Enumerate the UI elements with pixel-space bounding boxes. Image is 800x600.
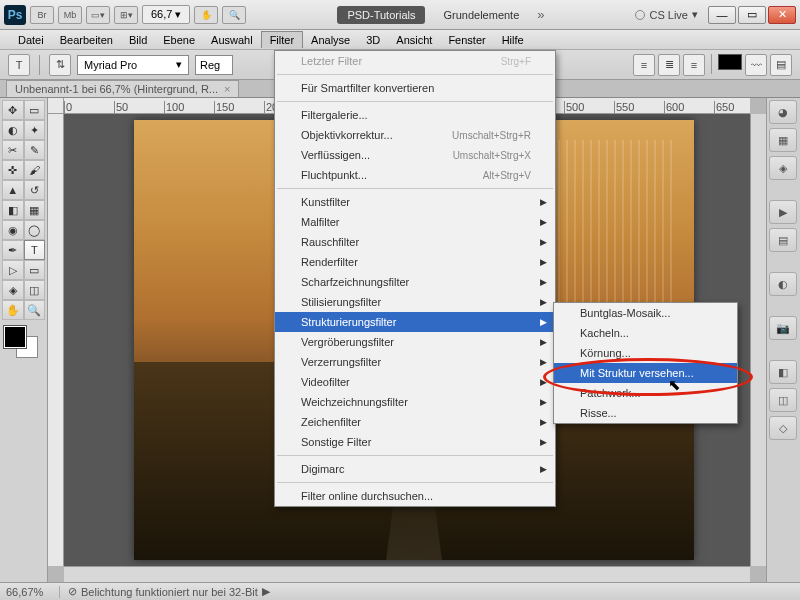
filter-item[interactable]: Objektivkorrektur...Umschalt+Strg+R — [275, 125, 555, 145]
hand-icon[interactable]: ✋ — [194, 6, 218, 24]
text-tool-preset-icon[interactable]: T — [8, 54, 30, 76]
menu-bearbeiten[interactable]: Bearbeiten — [52, 32, 121, 48]
blur-tool[interactable]: ◉ — [2, 220, 24, 240]
gradient-tool[interactable]: ▦ — [24, 200, 46, 220]
eraser-tool[interactable]: ◧ — [2, 200, 24, 220]
character-panel-icon-2[interactable]: 📷 — [769, 316, 797, 340]
font-family-select[interactable]: Myriad Pro▾ — [77, 55, 189, 75]
move-tool[interactable]: ✥ — [2, 100, 24, 120]
filter-item[interactable]: Vergröberungsfilter▶ — [275, 332, 555, 352]
menu-hilfe[interactable]: Hilfe — [494, 32, 532, 48]
filter-item[interactable]: Rauschfilter▶ — [275, 232, 555, 252]
submenu-item[interactable]: Körnung... — [554, 343, 737, 363]
filter-item[interactable]: Videofilter▶ — [275, 372, 555, 392]
zoom-tool[interactable]: 🔍 — [24, 300, 46, 320]
text-tool[interactable]: T — [24, 240, 46, 260]
history-brush-tool[interactable]: ↺ — [24, 180, 46, 200]
filter-item[interactable]: Sonstige Filter▶ — [275, 432, 555, 452]
minimize-button[interactable]: — — [708, 6, 736, 24]
stamp-tool[interactable]: ▲ — [2, 180, 24, 200]
align-center-icon[interactable]: ≣ — [658, 54, 680, 76]
text-color-swatch[interactable] — [718, 54, 742, 70]
submenu-item[interactable]: Mit Struktur versehen... — [554, 363, 737, 383]
maximize-button[interactable]: ▭ — [738, 6, 766, 24]
font-style-select[interactable]: Reg — [195, 55, 233, 75]
color-panel-icon[interactable]: ◕ — [769, 100, 797, 124]
heal-tool[interactable]: ✜ — [2, 160, 24, 180]
adjust-panel-icon[interactable]: ◐ — [769, 272, 797, 296]
filter-item[interactable]: Für Smartfilter konvertieren — [275, 78, 555, 98]
filter-item[interactable]: Weichzeichnungsfilter▶ — [275, 392, 555, 412]
submenu-item[interactable]: Kacheln... — [554, 323, 737, 343]
submenu-item[interactable]: Risse... — [554, 403, 737, 423]
menu-datei[interactable]: Datei — [10, 32, 52, 48]
filter-item[interactable]: Zeichenfilter▶ — [275, 412, 555, 432]
3d-tool[interactable]: ◈ — [2, 280, 24, 300]
filter-item[interactable]: Strukturierungsfilter▶ — [275, 312, 555, 332]
submenu-item[interactable]: Patchwork... — [554, 383, 737, 403]
bridge-icon[interactable]: Br — [30, 6, 54, 24]
dodge-tool[interactable]: ◯ — [24, 220, 46, 240]
foreground-color[interactable] — [4, 326, 26, 348]
menu-fenster[interactable]: Fenster — [440, 32, 493, 48]
menu-auswahl[interactable]: Auswahl — [203, 32, 261, 48]
minibridge-icon[interactable]: Mb — [58, 6, 82, 24]
filter-item[interactable]: Filtergalerie... — [275, 105, 555, 125]
menu-bild[interactable]: Bild — [121, 32, 155, 48]
character-panel-icon[interactable]: ▤ — [770, 54, 792, 76]
filter-item[interactable]: Filter online durchsuchen... — [275, 486, 555, 506]
close-tab-icon[interactable]: × — [224, 83, 230, 95]
filter-item[interactable]: Digimarc▶ — [275, 459, 555, 479]
filter-item[interactable]: Stilisierungsfilter▶ — [275, 292, 555, 312]
crop-tool[interactable]: ✂ — [2, 140, 24, 160]
filter-item[interactable]: Fluchtpunkt...Alt+Strg+V — [275, 165, 555, 185]
path-select-tool[interactable]: ▷ — [2, 260, 24, 280]
align-right-icon[interactable]: ≡ — [683, 54, 705, 76]
text-orientation-icon[interactable]: ⇅ — [49, 54, 71, 76]
close-button[interactable]: ✕ — [768, 6, 796, 24]
styles-panel-icon[interactable]: ◈ — [769, 156, 797, 180]
warp-text-icon[interactable]: 〰 — [745, 54, 767, 76]
filter-item[interactable]: Renderfilter▶ — [275, 252, 555, 272]
marquee-tool[interactable]: ▭ — [24, 100, 46, 120]
menu-3d[interactable]: 3D — [358, 32, 388, 48]
workspace-tab-inactive[interactable]: Grundelemente — [433, 6, 529, 24]
paths-panel-icon[interactable]: ◇ — [769, 416, 797, 440]
filter-item[interactable]: Malfilter▶ — [275, 212, 555, 232]
menu-filter[interactable]: Filter — [261, 31, 303, 48]
status-zoom[interactable]: 66,67% — [0, 586, 60, 598]
wand-tool[interactable]: ✦ — [24, 120, 46, 140]
screenmode-icon[interactable]: ▭▾ — [86, 6, 110, 24]
filter-item[interactable]: Kunstfilter▶ — [275, 192, 555, 212]
document-tab[interactable]: Unbenannt-1 bei 66,7% (Hintergrund, R...… — [6, 80, 239, 97]
actions-panel-icon[interactable]: ▶ — [769, 200, 797, 224]
more-workspaces-icon[interactable]: » — [537, 7, 544, 22]
vertical-scrollbar[interactable] — [750, 114, 766, 566]
pen-tool[interactable]: ✒ — [2, 240, 24, 260]
history-panel-icon[interactable]: ▤ — [769, 228, 797, 252]
filter-item[interactable]: Scharfzeichnungsfilter▶ — [275, 272, 555, 292]
align-left-icon[interactable]: ≡ — [633, 54, 655, 76]
hand-tool[interactable]: ✋ — [2, 300, 24, 320]
cs-live[interactable]: CS Live ▾ — [635, 8, 698, 21]
color-swatches[interactable] — [2, 326, 42, 362]
swatches-panel-icon[interactable]: ▦ — [769, 128, 797, 152]
filter-item[interactable]: Verflüssigen...Umschalt+Strg+X — [275, 145, 555, 165]
menu-analyse[interactable]: Analyse — [303, 32, 358, 48]
3d-camera-tool[interactable]: ◫ — [24, 280, 46, 300]
layers-panel-icon[interactable]: ◧ — [769, 360, 797, 384]
workspace-tab-active[interactable]: PSD-Tutorials — [337, 6, 425, 24]
lasso-tool[interactable]: ◐ — [2, 120, 24, 140]
horizontal-scrollbar[interactable] — [64, 566, 750, 582]
arrange-icon[interactable]: ⊞▾ — [114, 6, 138, 24]
filter-item[interactable]: Verzerrungsfilter▶ — [275, 352, 555, 372]
submenu-item[interactable]: Buntglas-Mosaik... — [554, 303, 737, 323]
channels-panel-icon[interactable]: ◫ — [769, 388, 797, 412]
menu-ansicht[interactable]: Ansicht — [388, 32, 440, 48]
eyedropper-tool[interactable]: ✎ — [24, 140, 46, 160]
shape-tool[interactable]: ▭ — [24, 260, 46, 280]
menu-ebene[interactable]: Ebene — [155, 32, 203, 48]
brush-tool[interactable]: 🖌 — [24, 160, 46, 180]
zoom-level[interactable]: 66,7 ▾ — [142, 5, 190, 24]
zoom-icon[interactable]: 🔍 — [222, 6, 246, 24]
